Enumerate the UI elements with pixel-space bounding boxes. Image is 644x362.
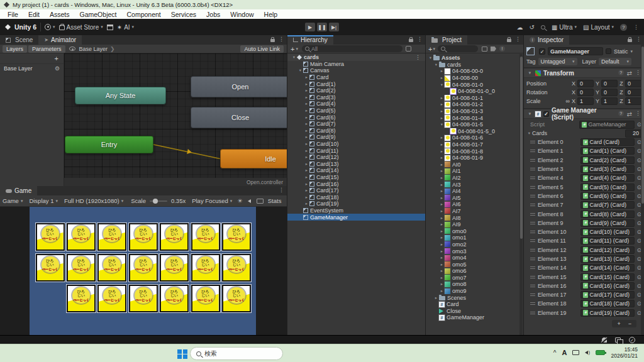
state-idle[interactable]: Idle	[220, 149, 287, 168]
scene-picker-icon[interactable]	[406, 46, 411, 52]
static-dropdown-icon[interactable]: ▾	[631, 49, 633, 54]
array-element-row[interactable]: Element 13#Card(13) (Card)⊙	[526, 255, 641, 263]
hierarchy-item[interactable]: ▸Card(19)	[287, 200, 426, 207]
expand-arrow-icon[interactable]: ▸	[439, 96, 445, 101]
drag-handle[interactable]	[530, 239, 535, 242]
pause-button[interactable]: ❚❚	[317, 23, 327, 31]
drag-handle[interactable]	[530, 204, 535, 206]
tag-dropdown[interactable]: Untagged▾	[538, 58, 577, 65]
element-object-field[interactable]: #Card(7) (Card)	[580, 201, 635, 209]
menu-services[interactable]: Services	[166, 11, 201, 18]
expand-arrow-icon[interactable]: ▸	[439, 142, 445, 147]
stats-button[interactable]: Stats	[268, 197, 282, 204]
drag-handle[interactable]	[530, 258, 535, 260]
element-object-field[interactable]: #Card (Card)	[580, 138, 635, 146]
resolution-dropdown[interactable]: Full HD (1920x1080)▾	[64, 197, 123, 204]
card-back[interactable]: ひろじいぺーじっく	[160, 254, 189, 282]
expand-arrow-icon[interactable]: ▸	[304, 82, 309, 87]
element-object-field[interactable]: #Card(4) (Card)	[580, 174, 635, 182]
project-item[interactable]: ▸AI4	[426, 188, 520, 195]
hierarchy-item[interactable]: ▸Card(18)	[287, 194, 426, 200]
rotation-x-field[interactable]: 0	[577, 89, 594, 96]
scale-y-field[interactable]: 1	[601, 97, 618, 105]
expand-arrow-icon[interactable]: ▸	[304, 108, 309, 113]
scene-header[interactable]: ▾ cards ⋮	[287, 54, 426, 61]
drag-handle[interactable]	[530, 293, 535, 296]
add-object-button[interactable]: +	[291, 45, 294, 53]
tab-inspector[interactable]: iInspector	[524, 35, 569, 45]
array-element-row[interactable]: Element 14#Card(14) (Card)⊙	[526, 263, 641, 272]
undo-history-icon[interactable]: ↺	[530, 24, 535, 31]
expand-arrow-icon[interactable]: ▸	[439, 216, 445, 221]
script-component-header[interactable]: ▾ # ✓ Game Manager (Script) ? ⇄ ⋮	[524, 109, 644, 119]
remove-element-button[interactable]: −	[628, 321, 631, 327]
project-item[interactable]: ▸04-008-01-8	[426, 148, 520, 155]
drag-handle[interactable]	[530, 195, 535, 197]
hidden-count-icon[interactable]: !	[499, 46, 505, 52]
card-back[interactable]: ひろじいぺーじっく	[67, 223, 96, 251]
expand-arrow-icon[interactable]: ▾	[428, 55, 433, 60]
menu-window[interactable]: Window	[225, 11, 258, 18]
array-element-row[interactable]: Element 15#Card(15) (Card)⊙	[526, 272, 641, 281]
element-object-field[interactable]: #Card(14) (Card)	[580, 264, 635, 272]
expand-arrow-icon[interactable]: ▸	[439, 262, 445, 267]
hierarchy-item[interactable]: ▸Card(17)	[287, 187, 426, 194]
drag-handle[interactable]	[530, 177, 535, 179]
project-item[interactable]: ▸omo1	[426, 234, 520, 241]
element-object-field[interactable]: #Card(1) (Card)	[580, 147, 635, 155]
breadcrumb[interactable]: Base Layer	[79, 46, 108, 52]
state-close[interactable]: Close	[191, 107, 287, 128]
array-element-row[interactable]: Element 3#Card(3) (Card)⊙	[526, 165, 641, 173]
expand-arrow-icon[interactable]: ▸	[439, 255, 445, 260]
project-item[interactable]: Close	[426, 308, 520, 315]
expand-arrow-icon[interactable]: ▸	[304, 201, 309, 206]
element-object-field[interactable]: #Card(13) (Card)	[580, 255, 635, 263]
expand-arrow-icon[interactable]: ▸	[439, 75, 445, 80]
card-back[interactable]: ひろじいぺーじっく	[97, 285, 126, 312]
card-back[interactable]: ひろじいぺーじっく	[129, 254, 158, 282]
scale-x-field[interactable]: 1	[577, 97, 594, 105]
hierarchy-item[interactable]: ▸Card(1)	[287, 80, 426, 87]
project-item[interactable]: ▸04-008-01-4	[426, 114, 520, 121]
drag-handle[interactable]	[530, 150, 535, 152]
project-item[interactable]: ▸AI5	[426, 194, 520, 201]
panel-menu-icon[interactable]: ⋮	[279, 187, 284, 193]
expand-arrow-icon[interactable]: ▾	[433, 62, 439, 67]
expand-arrow-icon[interactable]: ▸	[439, 149, 445, 154]
expand-arrow-icon[interactable]: ▸	[439, 195, 445, 200]
card-back[interactable]: ひろじいぺーじっく	[191, 254, 220, 282]
element-object-field[interactable]: #Card(2) (Card)	[580, 156, 635, 164]
menu-help[interactable]: Help	[259, 11, 283, 18]
expand-arrow-icon[interactable]: ▸	[439, 135, 445, 140]
array-element-row[interactable]: Element 6#Card(6) (Card)⊙	[526, 192, 641, 200]
position-y-field[interactable]: 0	[601, 80, 618, 87]
element-object-field[interactable]: #Card(10) (Card)	[580, 228, 635, 236]
lock-icon[interactable]	[507, 39, 511, 42]
state-any-state[interactable]: Any State	[75, 87, 166, 104]
drag-handle[interactable]	[530, 213, 535, 216]
layer-row[interactable]: Base Layer⚙	[0, 64, 64, 73]
array-element-row[interactable]: Element 7#Card(7) (Card)⊙	[526, 200, 641, 209]
tab-hierarchy[interactable]: Hierarchy	[287, 35, 333, 45]
panel-menu-icon[interactable]: ⋮	[515, 36, 521, 42]
help-icon[interactable]: ?	[618, 70, 624, 75]
layers-button[interactable]: Layers	[3, 45, 27, 53]
array-element-row[interactable]: Element 9#Card(9) (Card)⊙	[526, 219, 641, 228]
expand-arrow-icon[interactable]: ▸	[304, 141, 309, 146]
version-control-icon[interactable]	[615, 337, 621, 343]
array-element-row[interactable]: Element 18#Card(18) (Card)⊙	[526, 299, 641, 308]
array-element-row[interactable]: Element 12#Card(12) (Card)⊙	[526, 246, 641, 255]
element-object-field[interactable]: #Card(9) (Card)	[580, 219, 635, 227]
card-back[interactable]: ひろじいぺーじっく	[129, 223, 158, 251]
array-element-row[interactable]: Element 4#Card(4) (Card)⊙	[526, 173, 641, 182]
tab-scene[interactable]: Scene	[0, 35, 38, 45]
project-scrollbar[interactable]	[519, 54, 523, 335]
expand-arrow-icon[interactable]: ▸	[439, 182, 445, 187]
project-item[interactable]: ▸AI0	[426, 162, 520, 168]
project-item[interactable]: ▾Assets	[426, 55, 520, 62]
hierarchy-item[interactable]: ▸Card(14)	[287, 167, 426, 174]
expand-arrow-icon[interactable]: ▸	[304, 148, 309, 153]
expand-arrow-icon[interactable]: ▸	[304, 101, 309, 106]
game-mode-dropdown[interactable]: Game▾	[3, 197, 23, 204]
package-manager-icon[interactable]	[107, 25, 113, 30]
